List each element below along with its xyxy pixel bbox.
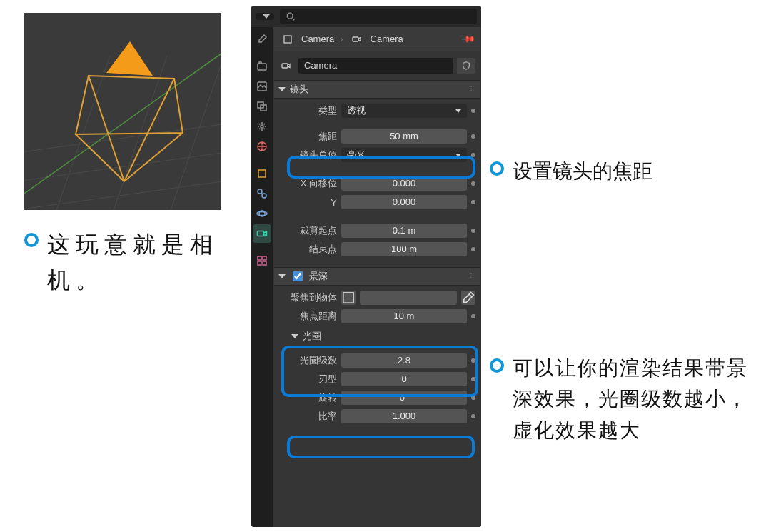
focus-distance-field[interactable]: 10 m — [341, 309, 467, 323]
shift-y-label: Y — [278, 197, 337, 208]
blades-label: 刃型 — [278, 373, 337, 386]
bullet-icon — [24, 233, 39, 247]
panel-header — [251, 6, 481, 27]
anim-dot[interactable] — [471, 414, 475, 418]
tab-camera-data[interactable] — [253, 224, 271, 243]
subsection-aperture-header[interactable]: 光圈 — [278, 327, 475, 346]
properties-panel: Camera › Camera 📌 Camera 镜头 ⠿ — [251, 6, 481, 527]
search-input[interactable] — [280, 9, 477, 24]
svg-rect-31 — [258, 256, 261, 260]
tab-object[interactable] — [253, 164, 271, 183]
chevron-down-icon — [263, 14, 270, 19]
bullet-icon — [490, 161, 504, 176]
focus-object-label: 聚焦到物体 — [278, 291, 337, 304]
svg-rect-17 — [258, 64, 266, 70]
svg-point-29 — [257, 212, 267, 216]
section-lens-body: 类型 透视 焦距 50 mm 镜头单位 — [274, 99, 480, 264]
annotation-left: 这玩意就是相机。 — [24, 227, 231, 298]
anim-dot[interactable] — [471, 134, 475, 139]
clip-start-label: 裁剪起点 — [278, 224, 337, 237]
tab-render[interactable] — [253, 57, 271, 76]
tab-physics[interactable] — [253, 204, 271, 223]
svg-marker-12 — [106, 41, 153, 76]
tab-viewlayer[interactable] — [253, 97, 271, 116]
tab-tool[interactable] — [253, 30, 271, 49]
focal-length-field[interactable]: 50 mm — [341, 129, 467, 144]
focus-object-icon — [341, 291, 356, 305]
fstop-label: 光圈级数 — [278, 354, 337, 367]
fstop-field[interactable]: 2.8 — [341, 353, 467, 368]
lens-type-label: 类型 — [278, 104, 337, 117]
shift-y-field[interactable]: 0.000 — [341, 195, 467, 209]
tab-world[interactable] — [253, 137, 271, 156]
annotation-focal-text: 设置镜头的焦距 — [513, 156, 652, 186]
property-tabs — [251, 27, 273, 527]
svg-point-22 — [261, 125, 263, 128]
blades-field[interactable]: 0 — [341, 372, 467, 386]
subsection-aperture-title: 光圈 — [303, 330, 321, 343]
tab-scene[interactable] — [253, 117, 271, 136]
svg-rect-38 — [343, 293, 353, 303]
dof-enable-checkbox[interactable] — [293, 271, 303, 281]
anim-dot[interactable] — [471, 109, 475, 113]
svg-rect-24 — [258, 170, 266, 177]
breadcrumb: Camera › Camera 📌 — [274, 27, 480, 51]
ratio-field[interactable]: 1.000 — [341, 409, 467, 423]
section-dof-title: 景深 — [309, 270, 328, 283]
anim-dot[interactable] — [471, 247, 475, 251]
disclosure-icon — [278, 274, 286, 278]
annotation-dof: 可以让你的渲染结果带景深效果，光圈级数越小，虚化效果越大 — [490, 353, 754, 446]
svg-rect-35 — [284, 36, 291, 43]
rotation-label: 旋转 — [278, 391, 337, 404]
datablock-name-field[interactable]: Camera — [298, 58, 453, 74]
clip-start-field[interactable]: 0.1 m — [341, 224, 467, 238]
svg-point-15 — [287, 13, 293, 19]
disclosure-icon — [278, 87, 286, 91]
tab-constraints[interactable] — [253, 184, 271, 203]
anim-dot[interactable] — [471, 377, 475, 381]
focal-length-label: 焦距 — [278, 130, 337, 143]
annotation-left-text: 这玩意就是相机。 — [47, 227, 231, 298]
rotation-field[interactable]: 0° — [341, 391, 467, 405]
clip-end-field[interactable]: 100 m — [341, 242, 467, 256]
breadcrumb-object[interactable]: Camera — [301, 34, 334, 44]
anim-dot[interactable] — [471, 314, 475, 318]
eyedropper-button[interactable] — [461, 291, 475, 305]
fake-user-button[interactable] — [457, 58, 475, 74]
tab-texture[interactable] — [253, 251, 271, 270]
lens-unit-value: 毫米 — [347, 148, 366, 162]
breadcrumb-data[interactable]: Camera — [371, 34, 403, 44]
anim-dot[interactable] — [471, 358, 475, 363]
bullet-icon — [490, 358, 504, 373]
lens-type-select[interactable]: 透视 — [341, 104, 467, 118]
anim-dot[interactable] — [471, 200, 475, 204]
disclosure-icon — [291, 334, 298, 338]
view-switcher[interactable] — [256, 13, 274, 20]
viewport-preview — [24, 13, 221, 210]
lens-unit-select[interactable]: 毫米 — [341, 148, 467, 162]
section-dof-body: 聚焦到物体 焦点距离 10 m 光圈 — [274, 286, 480, 431]
shift-x-field[interactable]: 0.000 — [341, 176, 467, 191]
tab-output[interactable] — [253, 77, 271, 96]
anim-dot[interactable] — [471, 181, 475, 186]
svg-rect-34 — [263, 261, 266, 265]
object-icon — [280, 31, 296, 47]
svg-line-3 — [46, 56, 110, 210]
anim-dot[interactable] — [471, 229, 475, 233]
anim-dot[interactable] — [471, 396, 475, 400]
svg-line-27 — [261, 193, 263, 194]
svg-line-9 — [124, 79, 174, 181]
lens-unit-label: 镜头单位 — [278, 149, 337, 161]
section-dof-header[interactable]: 景深 ⠿ — [274, 267, 480, 286]
camera-wireframe — [24, 13, 221, 210]
svg-rect-33 — [258, 261, 261, 265]
drag-handle-icon: ⠿ — [470, 273, 475, 280]
focus-object-field[interactable] — [360, 291, 457, 305]
properties-content: Camera › Camera 📌 Camera 镜头 ⠿ — [273, 27, 481, 527]
anim-dot[interactable] — [471, 153, 475, 157]
annotation-dof-text: 可以让你的渲染结果带景深效果，光圈级数越小，虚化效果越大 — [513, 353, 754, 446]
section-lens-header[interactable]: 镜头 ⠿ — [274, 80, 480, 99]
camera-icon — [349, 31, 365, 47]
chevron-down-icon — [455, 154, 461, 157]
pin-icon[interactable]: 📌 — [460, 31, 476, 47]
